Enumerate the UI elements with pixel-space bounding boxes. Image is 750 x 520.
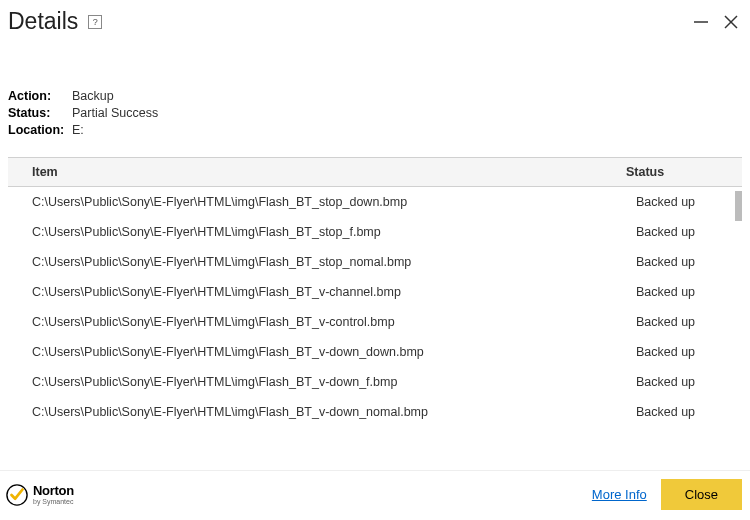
window-title: Details xyxy=(8,8,78,35)
location-value: E: xyxy=(72,123,742,137)
scrollbar-thumb[interactable] xyxy=(735,191,742,221)
location-label: Location: xyxy=(8,123,72,137)
status-value: Partial Success xyxy=(72,106,742,120)
cell-status: Backed up xyxy=(632,217,742,247)
help-button[interactable]: ? xyxy=(88,15,102,29)
results-table: Item Status C:\Users\Public\Sony\E-Flyer… xyxy=(8,157,742,432)
footer: Norton by Symantec More Info Close xyxy=(0,470,750,520)
table-row[interactable]: C:\Users\Public\Sony\E-Flyer\HTML\img\Fl… xyxy=(8,397,742,427)
table-row[interactable]: C:\Users\Public\Sony\E-Flyer\HTML\img\Fl… xyxy=(8,337,742,367)
table-header: Item Status xyxy=(8,158,742,187)
cell-status: Backed up xyxy=(632,337,742,367)
cell-status: Backed up xyxy=(632,367,742,397)
brand-logo: Norton by Symantec xyxy=(6,484,74,506)
cell-status: Backed up xyxy=(632,397,742,427)
table-row[interactable]: C:\Users\Public\Sony\E-Flyer\HTML\img\Fl… xyxy=(8,307,742,337)
cell-item-path: C:\Users\Public\Sony\E-Flyer\HTML\img\Fl… xyxy=(8,397,632,427)
cell-item-path: C:\Users\Public\Sony\E-Flyer\HTML\img\Fl… xyxy=(8,217,632,247)
cell-status: Backed up xyxy=(632,307,742,337)
table-body[interactable]: C:\Users\Public\Sony\E-Flyer\HTML\img\Fl… xyxy=(8,187,742,432)
cell-item-path: C:\Users\Public\Sony\E-Flyer\HTML\img\Fl… xyxy=(8,337,632,367)
close-button[interactable]: Close xyxy=(661,479,742,510)
cell-status: Backed up xyxy=(632,187,742,217)
table-row[interactable]: C:\Users\Public\Sony\E-Flyer\HTML\img\Fl… xyxy=(8,277,742,307)
summary-grid: Action: Backup Status: Partial Success L… xyxy=(8,89,742,137)
table-row[interactable]: C:\Users\Public\Sony\E-Flyer\HTML\img\Fl… xyxy=(8,217,742,247)
window-close-button[interactable] xyxy=(720,11,742,33)
cell-item-path: C:\Users\Public\Sony\E-Flyer\HTML\img\Fl… xyxy=(8,187,632,217)
cell-item-path: C:\Users\Public\Sony\E-Flyer\HTML\img\Fl… xyxy=(8,277,632,307)
more-info-link[interactable]: More Info xyxy=(592,487,647,502)
action-label: Action: xyxy=(8,89,72,103)
cell-status: Backed up xyxy=(632,247,742,277)
titlebar: Details ? xyxy=(0,0,750,39)
column-header-item[interactable]: Item xyxy=(8,158,622,186)
minimize-icon xyxy=(692,13,710,31)
status-label: Status: xyxy=(8,106,72,120)
brand-name: Norton xyxy=(33,484,74,497)
minimize-button[interactable] xyxy=(690,11,712,33)
brand-sub: by Symantec xyxy=(33,498,74,505)
norton-check-icon xyxy=(6,484,28,506)
table-row[interactable]: C:\Users\Public\Sony\E-Flyer\HTML\img\Fl… xyxy=(8,367,742,397)
table-row[interactable]: C:\Users\Public\Sony\E-Flyer\HTML\img\Fl… xyxy=(8,187,742,217)
cell-item-path: C:\Users\Public\Sony\E-Flyer\HTML\img\Fl… xyxy=(8,247,632,277)
column-header-status[interactable]: Status xyxy=(622,158,742,186)
cell-item-path: C:\Users\Public\Sony\E-Flyer\HTML\img\Fl… xyxy=(8,367,632,397)
action-value: Backup xyxy=(72,89,742,103)
table-row[interactable]: C:\Users\Public\Sony\E-Flyer\HTML\img\Fl… xyxy=(8,247,742,277)
cell-item-path: C:\Users\Public\Sony\E-Flyer\HTML\img\Fl… xyxy=(8,307,632,337)
close-icon xyxy=(722,13,740,31)
cell-status: Backed up xyxy=(632,277,742,307)
window-controls xyxy=(690,11,742,33)
content-area: Action: Backup Status: Partial Success L… xyxy=(0,39,750,432)
